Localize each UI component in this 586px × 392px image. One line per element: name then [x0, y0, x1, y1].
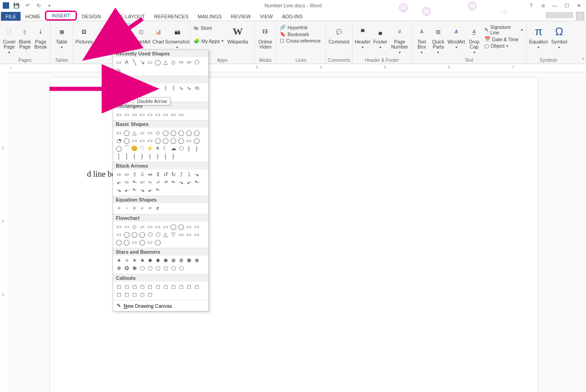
close-icon[interactable]: ✕	[575, 2, 582, 9]
store-button[interactable]: 🛍Store	[192, 25, 225, 31]
page-number-button[interactable]: #Page Number▾	[390, 23, 410, 56]
tab-mailings[interactable]: MAILINGS	[193, 12, 227, 21]
online-video-button[interactable]: 🎞Online Video	[256, 23, 274, 56]
shape-option[interactable]: ⬏	[162, 178, 169, 186]
shape-option[interactable]: ⟲	[193, 84, 201, 92]
shape-option[interactable]: ☾	[162, 144, 169, 152]
shape-option[interactable]: ▭	[115, 230, 123, 238]
redo-icon[interactable]: ↻	[35, 2, 42, 9]
shape-option[interactable]: ⚡	[146, 144, 154, 152]
shape-option[interactable]: ▭	[146, 223, 154, 230]
user-avatar[interactable]	[576, 12, 584, 20]
tab-addins[interactable]: ADD-INS	[277, 12, 307, 21]
shape-option[interactable]: ◻	[162, 283, 169, 290]
shape-option[interactable]: ◯	[154, 58, 162, 66]
shape-option[interactable]: ⬠	[162, 264, 169, 272]
shape-option[interactable]: ∿	[185, 84, 193, 92]
horizontal-ruler[interactable]: ∟ 1234567	[8, 64, 586, 72]
shape-option[interactable]: A	[123, 58, 130, 66]
shape-option[interactable]: ⤴	[177, 170, 185, 178]
shape-option[interactable]: ◯	[115, 144, 123, 152]
shape-option[interactable]: ✼	[177, 256, 185, 264]
shape-option[interactable]: ◻	[115, 290, 123, 298]
shape-option[interactable]: ▭	[115, 110, 123, 118]
shape-option[interactable]: ⇕	[154, 170, 162, 178]
tab-insert[interactable]: INSERT	[45, 11, 77, 21]
shape-option[interactable]: ◻	[177, 283, 185, 290]
shape-option[interactable]: ⦃	[115, 92, 123, 100]
shape-option[interactable]: ◻	[123, 283, 130, 290]
shape-option[interactable]: ▭	[115, 58, 123, 66]
shape-option[interactable]: ❂	[123, 264, 130, 272]
shape-option[interactable]: ▭	[115, 223, 123, 230]
myapps-button[interactable]: 🧩My Apps▾	[192, 38, 225, 44]
shape-option[interactable]: ◻	[169, 283, 177, 290]
shape-option[interactable]: ♡	[138, 144, 146, 152]
shape-option[interactable]: ⇦	[123, 170, 130, 178]
shape-option[interactable]: ⬠	[138, 264, 146, 272]
shape-option[interactable]: ▭	[130, 238, 138, 246]
shape-option[interactable]: ✦	[115, 256, 123, 264]
shape-option[interactable]: ▭	[146, 129, 154, 136]
shape-option[interactable]: ▭	[138, 136, 146, 144]
datetime-button[interactable]: 📅Date & Time	[483, 36, 524, 43]
textbox-button[interactable]: AText Box▾	[414, 23, 429, 56]
shape-option[interactable]: ⬠	[193, 58, 201, 66]
shape-option[interactable]: ▽	[169, 230, 177, 238]
shape-option[interactable]: ◯	[123, 136, 130, 144]
shape-option[interactable]: ❄	[115, 264, 123, 272]
shape-option[interactable]: ▭	[138, 110, 146, 118]
shape-option[interactable]: △	[130, 129, 138, 136]
shape-option[interactable]: ◯	[162, 136, 169, 144]
shape-option[interactable]: {	[130, 152, 138, 160]
page-break-button[interactable]: ⤓ Page Break	[33, 23, 48, 56]
shape-option[interactable]: ◯	[177, 136, 185, 144]
undo-icon[interactable]: ↶	[24, 2, 31, 9]
shape-option[interactable]: ≠	[154, 204, 162, 212]
shape-option[interactable]: ▭	[185, 223, 193, 230]
shape-option[interactable]: ◯	[130, 230, 138, 238]
shape-option[interactable]: ▭	[130, 110, 138, 118]
shape-option[interactable]: ⇔	[146, 170, 154, 178]
shape-option[interactable]: ⬠	[177, 264, 185, 272]
shape-option[interactable]: ◻	[130, 283, 138, 290]
shape-option[interactable]: ⬑	[154, 186, 162, 194]
shape-double-arrow[interactable]: ↘	[130, 84, 138, 92]
object-button[interactable]: ▢Object▾	[483, 43, 524, 49]
tab-references[interactable]: REFERENCES	[150, 12, 193, 21]
shape-option[interactable]: ＝	[146, 204, 154, 212]
shape-option[interactable]: ◻	[138, 283, 146, 290]
wikipedia-button[interactable]: WWikipedia	[226, 23, 250, 56]
shape-option[interactable]: (	[146, 152, 154, 160]
symbol-button[interactable]: ΩSymbol▾	[550, 23, 569, 56]
shape-option[interactable]: ▱	[138, 223, 146, 230]
shape-option[interactable]: ⬐	[115, 178, 123, 186]
shape-option[interactable]: ◻	[146, 290, 154, 298]
shape-option[interactable]: ⇧	[130, 170, 138, 178]
shape-option[interactable]: }	[169, 152, 177, 160]
shape-option[interactable]: ⬑	[130, 186, 138, 194]
shape-option[interactable]: ⬡	[146, 230, 154, 238]
ribbon-display-icon[interactable]: ⧈	[539, 2, 547, 9]
shape-option[interactable]: ◯	[177, 223, 185, 230]
shape-option[interactable]: ◯	[154, 136, 162, 144]
shape-option[interactable]: ✽	[185, 256, 193, 264]
shape-option[interactable]: ×	[130, 204, 138, 212]
shape-option[interactable]: ◯	[169, 129, 177, 136]
shape-option[interactable]: ▭	[146, 238, 154, 246]
shape-option[interactable]: ◻	[193, 283, 201, 290]
shape-option[interactable]: ▭	[185, 136, 193, 144]
shape-option[interactable]: ◯	[123, 230, 130, 238]
shape-option[interactable]: ◻	[146, 283, 154, 290]
tab-home[interactable]: HOME	[21, 12, 45, 21]
shape-option[interactable]: ◯	[123, 129, 130, 136]
shape-option[interactable]: ▭	[193, 223, 201, 230]
shape-option[interactable]: ◻	[154, 283, 162, 290]
shape-option[interactable]: ⬎	[115, 186, 123, 194]
shape-option[interactable]: {	[185, 144, 193, 152]
shape-option[interactable]: ✸	[146, 256, 154, 264]
cover-page-button[interactable]: 📄 Cover Page ▾	[2, 23, 16, 56]
shape-option[interactable]: [	[115, 152, 123, 160]
shape-option[interactable]: ◯	[138, 238, 146, 246]
shape-option[interactable]: ⤷	[146, 178, 154, 186]
